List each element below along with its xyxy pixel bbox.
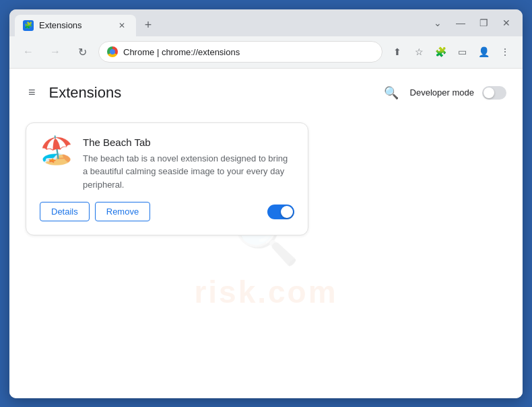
extension-name: The Beach Tab (83, 137, 294, 148)
active-tab[interactable]: 🧩 Extensions ✕ (15, 15, 136, 36)
nav-actions: ⬆ ☆ 🧩 ▭ 👤 ⋮ (388, 42, 514, 61)
extension-card: 🏖️ The Beach Tab The beach tab is a nove… (26, 122, 308, 236)
window-chevron-button[interactable]: ⌄ (427, 12, 448, 34)
tab-title: Extensions (39, 20, 110, 30)
extensions-menu-button[interactable]: 🧩 (431, 42, 450, 61)
new-tab-button[interactable]: + (139, 16, 158, 35)
bookmark-button[interactable]: ☆ (409, 42, 428, 61)
extension-icon: 🏖️ (40, 137, 72, 169)
extension-actions: Details Remove (40, 202, 294, 221)
extensions-title-area: ≡ Extensions (26, 83, 121, 102)
sidebar-menu-icon[interactable]: ≡ (26, 83, 38, 102)
browser-window: 🧩 Extensions ✕ + ⌄ — ❐ ✕ ← → ↻ Chrome | … (9, 9, 523, 398)
menu-button[interactable]: ⋮ (496, 42, 514, 61)
watermark-area: 🔍 risk.com 🏖️ The Beach Tab The beach ta… (9, 117, 523, 398)
developer-mode-toggle[interactable] (482, 86, 506, 100)
page-content: ≡ Extensions 🔍 Developer mode 🔍 risk.com (9, 69, 523, 398)
extension-card-inner: 🏖️ The Beach Tab The beach tab is a nove… (40, 137, 294, 192)
address-url: chrome://extensions (162, 47, 240, 57)
window-close-button[interactable]: ✕ (496, 12, 517, 34)
extension-description: The beach tab is a novel extension desig… (83, 152, 294, 192)
extension-details-button[interactable]: Details (40, 202, 90, 221)
developer-mode-label: Developer mode (410, 87, 474, 98)
back-button[interactable]: ← (18, 41, 39, 63)
address-chrome-label: Chrome (123, 47, 154, 57)
tab-area: 🧩 Extensions ✕ + (15, 9, 424, 36)
nav-bar: ← → ↻ Chrome | chrome://extensions ⬆ ☆ 🧩… (9, 36, 523, 69)
profile-button[interactable]: 👤 (474, 42, 493, 61)
extension-info: The Beach Tab The beach tab is a novel e… (83, 137, 294, 192)
title-bar: 🧩 Extensions ✕ + ⌄ — ❐ ✕ (9, 9, 523, 36)
share-button[interactable]: ⬆ (388, 42, 407, 61)
toggle-thumb (484, 87, 494, 98)
reload-button[interactable]: ↻ (71, 41, 93, 63)
search-extensions-button[interactable]: 🔍 (380, 82, 402, 104)
extensions-page-title: Extensions (49, 84, 122, 102)
sidebar-button[interactable]: ▭ (453, 42, 471, 61)
address-bar[interactable]: Chrome | chrome://extensions (98, 41, 383, 63)
address-text: Chrome | chrome://extensions (123, 47, 374, 57)
tab-close-button[interactable]: ✕ (116, 20, 128, 32)
extension-enabled-toggle[interactable] (267, 205, 294, 219)
window-minimize-button[interactable]: — (450, 12, 471, 34)
address-separator: | (157, 47, 162, 57)
window-controls: ⌄ — ❐ ✕ (427, 9, 517, 36)
extension-toggle-thumb (281, 206, 293, 218)
watermark-text: risk.com (194, 274, 337, 310)
extensions-controls: 🔍 Developer mode (380, 82, 506, 104)
tab-favicon: 🧩 (23, 20, 34, 31)
window-maximize-button[interactable]: ❐ (473, 12, 494, 34)
chrome-security-icon (107, 46, 118, 57)
extension-remove-button[interactable]: Remove (95, 202, 150, 221)
extensions-header: ≡ Extensions 🔍 Developer mode (9, 69, 523, 117)
forward-button[interactable]: → (44, 41, 66, 63)
extensions-page: ≡ Extensions 🔍 Developer mode 🔍 risk.com (9, 69, 523, 398)
